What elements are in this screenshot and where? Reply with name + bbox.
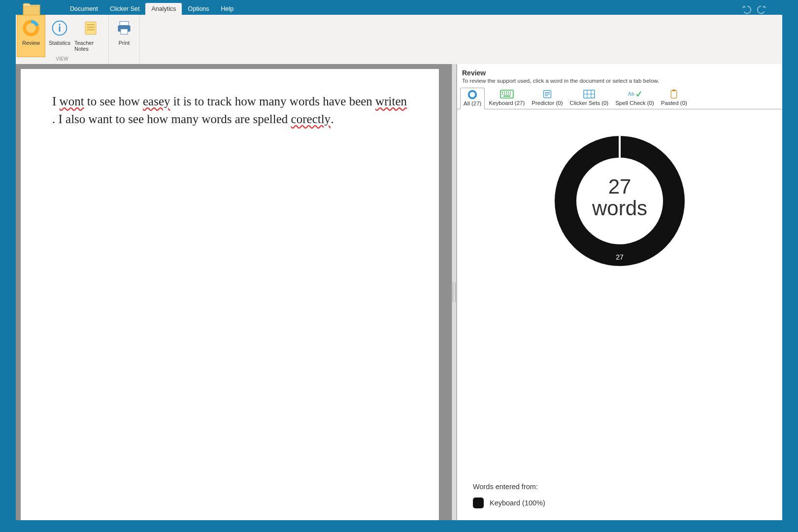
legend: Words entered from: Keyboard (100%) [473,483,545,508]
app-window: Document Clicker Set Analytics Options H… [16,0,782,520]
svg-rect-4 [59,26,61,32]
ribbon-print-button[interactable]: Print [110,15,138,57]
donut-count: 27 [592,176,647,198]
panel-title: Review [462,69,777,77]
tab-keyboard-label: Keyboard (27) [489,100,525,106]
misspelled-word: writen [375,93,407,110]
svg-rect-22 [508,94,509,95]
legend-item: Keyboard (100%) [473,498,545,508]
word-count-donut: 27 words 27 [546,127,694,275]
svg-rect-19 [502,94,503,95]
tab-predictor[interactable]: Predictor (0) [529,88,565,109]
printer-icon [114,18,134,38]
donut-icon [465,90,480,100]
document-area: I wont to see how easey it is to track h… [16,64,452,520]
legend-title: Words entered from: [473,483,545,491]
menu-analytics[interactable]: Analytics [145,3,182,15]
svg-rect-20 [504,94,505,95]
menu-document[interactable]: Document [64,3,104,15]
keyboard-icon [499,89,514,99]
tab-clicker-sets[interactable]: Clicker Sets (0) [567,88,612,109]
undo-icon[interactable] [741,4,752,15]
donut-bottom-label: 27 [616,253,624,261]
misspelled-word: corectly [291,110,331,128]
misspelled-word: easey [143,93,170,110]
ribbon-teacher-notes-label: Teacher Notes [74,40,107,52]
svg-rect-5 [85,22,96,34]
donut-words-label: words [592,198,647,219]
svg-rect-15 [504,92,505,93]
undo-redo-group [741,4,767,15]
redo-icon[interactable] [757,4,767,15]
spellcheck-icon: Ab [628,89,642,99]
clipboard-icon [666,89,681,99]
tab-clicker-sets-label: Clicker Sets (0) [570,100,609,106]
menu-help[interactable]: Help [215,3,240,15]
svg-rect-0 [23,6,40,15]
svg-rect-34 [671,91,677,99]
svg-point-12 [469,91,476,99]
tab-pasted[interactable]: Pasted (0) [658,88,690,109]
content-area: I wont to see how easey it is to track h… [16,64,782,520]
tab-pasted-label: Pasted (0) [661,100,687,106]
ribbon-group-view-label: VIEW [56,56,68,63]
document-page[interactable]: I wont to see how easey it is to track h… [21,69,439,520]
info-icon [50,18,69,38]
svg-rect-18 [510,92,511,93]
ribbon: Review Statistics Teacher Notes VIEW [16,15,782,65]
misspelled-word: wont [60,93,84,110]
panel-tabs: All (27) Keyboard (27) Predictor (0) Cli… [457,86,782,109]
ribbon-review-button[interactable]: Review [17,15,45,57]
svg-rect-14 [502,92,503,93]
tab-all[interactable]: All (27) [460,88,485,109]
svg-rect-9 [120,22,129,26]
svg-point-3 [59,24,60,25]
tab-all-label: All (27) [464,100,481,106]
tab-spell-check-label: Spell Check (0) [615,100,654,106]
notes-icon [81,18,100,38]
predictor-icon [540,89,555,99]
panel-body: 27 words 27 Words entered from: Keyboard… [463,109,776,520]
ribbon-review-label: Review [22,40,40,46]
svg-rect-17 [508,92,509,93]
grid-icon [582,89,597,99]
ribbon-group-view: Review Statistics Teacher Notes VIEW [16,15,109,64]
donut-center-text: 27 words [592,176,647,219]
panel-subtitle: To review the support used, click a word… [462,78,777,84]
svg-rect-35 [672,90,676,91]
svg-rect-21 [506,94,507,95]
svg-rect-16 [506,92,507,93]
svg-rect-37 [619,135,621,159]
menu-clicker-set[interactable]: Clicker Set [104,3,145,15]
ribbon-teacher-notes-button[interactable]: Teacher Notes [74,15,107,57]
vertical-splitter[interactable] [452,64,457,520]
menu-bar: Document Clicker Set Analytics Options H… [64,0,239,15]
menu-options[interactable]: Options [182,3,215,15]
ribbon-statistics-button[interactable]: Statistics [45,15,74,57]
ribbon-group-print: Print [109,15,140,64]
legend-swatch [473,498,484,508]
tab-predictor-label: Predictor (0) [532,100,563,106]
title-bar: Document Clicker Set Analytics Options H… [16,0,782,15]
ribbon-statistics-label: Statistics [49,40,70,46]
svg-text:Ab: Ab [628,91,634,97]
folder-icon[interactable] [23,2,40,16]
legend-item-label: Keyboard (100%) [490,499,545,507]
ribbon-print-label: Print [119,40,130,46]
svg-rect-23 [510,94,511,95]
doc-text: I wont to see how easey it is to track h… [52,95,407,126]
tab-keyboard[interactable]: Keyboard (27) [486,88,528,109]
tab-spell-check[interactable]: Ab Spell Check (0) [612,88,657,109]
review-panel: Review To review the support used, click… [457,64,782,520]
donut-icon [21,18,41,38]
svg-rect-11 [121,29,128,34]
svg-rect-24 [503,96,510,97]
